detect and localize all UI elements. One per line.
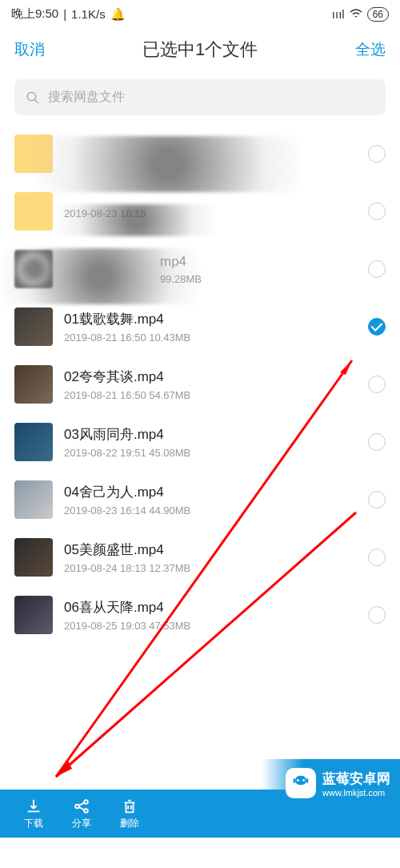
select-all-button[interactable]: 全选 — [355, 39, 386, 60]
delete-label: 删除 — [120, 817, 139, 830]
file-meta: 2019-08-21 16:50 10.43MB — [64, 332, 357, 344]
cancel-button[interactable]: 取消 — [14, 39, 45, 60]
file-info: 05美颜盛世.mp4 2019-08-24 18:13 12.37MB — [64, 540, 357, 574]
delete-button[interactable]: 删除 — [106, 798, 154, 830]
file-meta: 2019-08-24 18:13 12.37MB — [64, 562, 357, 574]
wifi-icon — [350, 7, 362, 21]
watermark-logo — [286, 768, 316, 798]
status-left: 晚上9:50 | 1.1K/s 🔔 — [11, 6, 126, 22]
page-title: 已选中1个文件 — [142, 38, 258, 62]
share-button[interactable]: 分享 — [58, 798, 106, 830]
file-item[interactable]: 06喜从天降.mp4 2019-08-25 19:03 47.53MB — [0, 586, 400, 644]
status-bar: 晚上9:50 | 1.1K/s 🔔 ıııl 66 — [0, 0, 400, 25]
svg-point-13 — [302, 779, 305, 782]
bottom-action-bar: 下载 分享 删除 蓝莓安卓网 www.lmkjst.com — [0, 790, 400, 838]
folder-icon — [14, 135, 53, 173]
select-radio[interactable] — [368, 376, 386, 393]
svg-marker-5 — [56, 761, 72, 777]
file-meta: 2019-08-25 19:03 47.53MB — [64, 620, 357, 632]
file-info: 04舍己为人.mp4 2019-08-23 16:14 44.90MB — [64, 483, 357, 516]
file-item[interactable]: 03风雨同舟.mp4 2019-08-22 19:51 45.08MB — [0, 413, 400, 471]
file-item[interactable] — [0, 125, 400, 183]
share-icon — [73, 798, 90, 815]
file-item[interactable]: 2019-08-23 16:15 — [0, 183, 400, 240]
status-right: ıııl 66 — [332, 7, 389, 22]
download-label: 下载 — [24, 817, 43, 830]
select-radio[interactable] — [368, 433, 386, 451]
svg-rect-14 — [294, 778, 295, 783]
svg-line-9 — [78, 802, 84, 806]
file-info — [64, 152, 357, 155]
watermark-text: 蓝莓安卓网 www.lmkjst.com — [322, 770, 390, 798]
video-thumbnail — [14, 480, 53, 519]
select-radio[interactable] — [368, 203, 386, 220]
video-thumbnail — [14, 423, 53, 461]
svg-line-10 — [78, 806, 84, 810]
bell-icon: 🔔 — [110, 7, 126, 22]
watermark: 蓝莓安卓网 www.lmkjst.com — [262, 759, 400, 807]
selection-header: 取消 已选中1个文件 全选 — [0, 25, 400, 74]
file-meta: 2019-08-21 16:50 54.67MB — [64, 389, 357, 401]
file-item[interactable]: 01载歌载舞.mp4 2019-08-21 16:50 10.43MB — [0, 298, 400, 356]
svg-point-0 — [27, 92, 36, 101]
download-button[interactable]: 下载 — [10, 798, 58, 830]
select-radio[interactable] — [368, 491, 386, 508]
select-radio[interactable] — [368, 606, 386, 624]
watermark-title: 蓝莓安卓网 — [322, 770, 390, 788]
file-meta: 2019-08-23 16:14 44.90MB — [64, 504, 357, 516]
file-name: 02夸夸其谈.mp4 — [64, 368, 357, 386]
video-thumbnail — [14, 307, 53, 346]
video-thumbnail — [14, 250, 53, 288]
file-item[interactable]: mp4 99.28MB — [0, 240, 400, 298]
file-info: 2019-08-23 16:15 — [64, 204, 357, 219]
file-item[interactable]: 02夸夸其谈.mp4 2019-08-21 16:50 54.67MB — [0, 356, 400, 413]
battery-icon: 66 — [367, 7, 389, 22]
video-thumbnail — [14, 365, 53, 404]
search-placeholder: 搜索网盘文件 — [48, 89, 125, 106]
select-radio[interactable] — [368, 549, 386, 566]
select-radio[interactable] — [368, 318, 386, 336]
file-name: 06喜从天降.mp4 — [64, 598, 357, 617]
select-radio[interactable] — [368, 260, 386, 278]
select-radio[interactable] — [368, 145, 386, 163]
file-meta: 2019-08-22 19:51 45.08MB — [64, 447, 357, 459]
status-divider: | — [63, 7, 66, 21]
file-info: 01载歌载舞.mp4 2019-08-21 16:50 10.43MB — [64, 310, 357, 344]
share-label: 分享 — [72, 817, 91, 830]
file-info: 06喜从天降.mp4 2019-08-25 19:03 47.53MB — [64, 598, 357, 632]
svg-point-12 — [297, 779, 299, 782]
file-info: mp4 99.28MB — [64, 254, 357, 285]
video-thumbnail — [14, 596, 53, 634]
svg-line-1 — [34, 99, 38, 103]
file-name: mp4 — [64, 254, 357, 270]
file-info: 03风雨同舟.mp4 2019-08-22 19:51 45.08MB — [64, 425, 357, 459]
status-time: 晚上9:50 — [11, 6, 58, 22]
file-name: 01载歌载舞.mp4 — [64, 310, 357, 328]
file-name: 04舍己为人.mp4 — [64, 483, 357, 501]
folder-icon — [14, 192, 53, 231]
file-list: 2019-08-23 16:15 mp4 99.28MB 01载歌载舞.mp4 … — [0, 125, 400, 644]
watermark-url: www.lmkjst.com — [322, 788, 390, 798]
download-icon — [25, 798, 42, 815]
video-thumbnail — [14, 538, 53, 577]
file-item[interactable]: 05美颜盛世.mp4 2019-08-24 18:13 12.37MB — [0, 528, 400, 586]
file-item[interactable]: 04舍己为人.mp4 2019-08-23 16:14 44.90MB — [0, 471, 400, 528]
file-name: 03风雨同舟.mp4 — [64, 425, 357, 444]
file-meta: 99.28MB — [64, 273, 357, 285]
status-speed: 1.1K/s — [71, 7, 106, 21]
file-info: 02夸夸其谈.mp4 2019-08-21 16:50 54.67MB — [64, 368, 357, 401]
search-input[interactable]: 搜索网盘文件 — [14, 79, 386, 115]
svg-rect-15 — [306, 778, 308, 783]
file-name: 05美颜盛世.mp4 — [64, 540, 357, 559]
file-meta: 2019-08-23 16:15 — [64, 207, 357, 219]
signal-icon: ıııl — [332, 7, 345, 21]
trash-icon — [121, 798, 138, 815]
search-icon — [26, 90, 40, 105]
